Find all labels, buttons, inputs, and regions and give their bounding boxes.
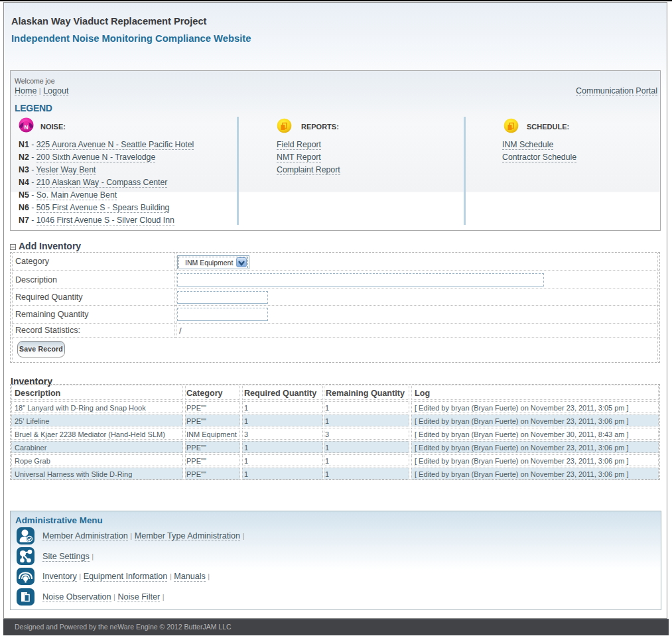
svg-text:N: N	[25, 124, 29, 131]
